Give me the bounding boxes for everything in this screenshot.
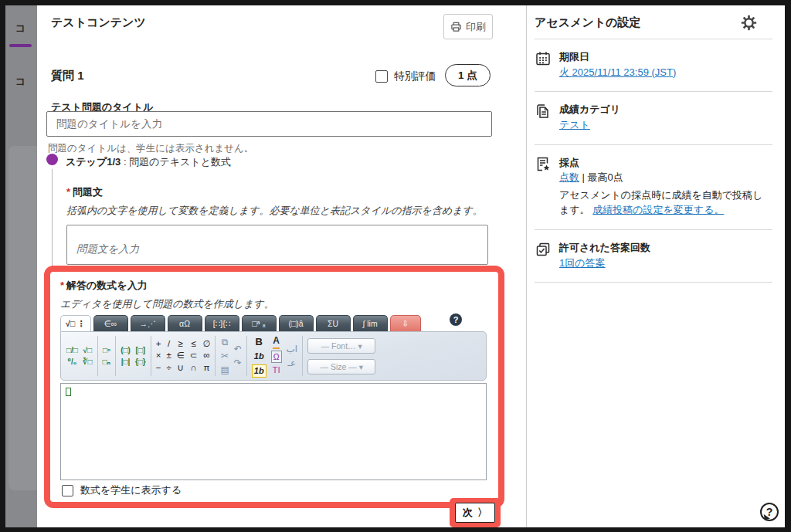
step-number: ステップ1/3 xyxy=(66,156,121,168)
prompt-text-input[interactable] xyxy=(66,225,488,265)
print-button[interactable]: 印刷 xyxy=(443,14,493,39)
page-title: テストコンテンツ xyxy=(51,15,146,30)
chevron-right-icon: 〉 xyxy=(477,506,487,520)
printer-icon xyxy=(450,21,462,32)
editor-tab[interactable]: →⋰ xyxy=(131,315,165,331)
symbol-button[interactable]: ≥ xyxy=(178,338,183,351)
editor-tab[interactable]: ⇩ xyxy=(390,315,421,331)
grading-schema-link[interactable]: 点数 xyxy=(559,171,579,183)
toolbar-separator xyxy=(115,336,116,376)
script-button[interactable]: □ₙ xyxy=(103,357,111,368)
points-badge[interactable]: 1 点 xyxy=(445,64,491,86)
rtl-button[interactable]: اب xyxy=(287,343,298,355)
clipboard-button[interactable]: ✂ xyxy=(221,350,229,362)
format-button[interactable]: TI xyxy=(273,364,280,377)
sidebar-title: アセスメントの設定 xyxy=(535,15,640,30)
format-button[interactable]: Ω xyxy=(271,351,282,363)
symbol-button[interactable]: π xyxy=(203,362,209,374)
formula-field-description: エディタを使用して問題の数式を作成します。 xyxy=(60,297,274,311)
editor-tab[interactable]: αΩ xyxy=(168,315,202,331)
format-button[interactable]: A xyxy=(273,334,280,348)
script-button[interactable]: □ⁿ xyxy=(103,345,110,356)
question-title-input[interactable] xyxy=(46,111,492,137)
attempts-icon xyxy=(535,241,552,258)
symbol-button[interactable]: ≤ xyxy=(191,338,195,351)
attempts-label: 許可された答案回数 xyxy=(559,240,650,256)
toolbar-separator xyxy=(97,336,98,376)
format-buttons: BA1bΩ1bTI xyxy=(252,334,282,377)
symbol-button[interactable]: / xyxy=(168,338,170,351)
prompt-field-description: 括弧内の文字を使用して変数を定義します。必要な単位と表記スタイルの指示を含めます… xyxy=(66,204,483,218)
next-button[interactable]: 次 〉 xyxy=(455,503,495,523)
fraction-root-button[interactable]: □/□ xyxy=(66,345,78,356)
fraction-root-button[interactable]: √□ xyxy=(83,345,92,356)
bracket-button[interactable]: |□| xyxy=(121,357,131,368)
symbol-button[interactable]: ∩ xyxy=(190,362,196,374)
next-label: 次 xyxy=(463,506,473,520)
grading-label: 採点 xyxy=(559,155,772,171)
question-title: 質問 1 xyxy=(51,69,84,83)
bracket-button[interactable]: (□) xyxy=(121,345,131,356)
clipboard-button[interactable]: ⧉ xyxy=(222,336,229,348)
editor-tab[interactable]: [∷]{∷ xyxy=(205,315,239,331)
question-title-help-text: 問題のタイトルは、学生には表示されません。 xyxy=(48,142,253,155)
editor-tab[interactable]: □ᵃ ₈ xyxy=(242,315,277,331)
bracket-button[interactable]: [□] xyxy=(135,345,145,356)
symbol-button[interactable]: − xyxy=(156,362,161,374)
font-dropdown[interactable]: — Font… ▾ xyxy=(307,338,375,354)
toolbar-separator xyxy=(246,336,247,376)
symbol-button[interactable]: × xyxy=(156,350,161,362)
change-post-settings-link[interactable]: 成績投稿の設定を変更する。 xyxy=(592,204,724,215)
toolbar-separator xyxy=(215,336,216,376)
symbol-button[interactable]: ± xyxy=(166,350,171,362)
symbol-button[interactable]: ⊂ xyxy=(190,350,198,362)
grade-category-link[interactable]: テスト xyxy=(559,119,590,130)
editor-tab[interactable]: √□ ⋮ xyxy=(60,315,91,331)
red-annotation-box: *解答の数式を入力 エディタを使用して問題の数式を作成します。 √□ ⋮∈∞→⋰… xyxy=(44,266,504,508)
bracket-button[interactable]: {□} xyxy=(135,357,146,368)
max-points-text: | 最高0点 xyxy=(579,171,623,183)
grade-category-icon xyxy=(535,103,552,120)
clipboard-button[interactable]: ▤ xyxy=(220,364,229,376)
editor-tab[interactable]: ∫ lim xyxy=(353,315,388,331)
editor-tab[interactable]: (□)â xyxy=(279,315,314,331)
attempts-link[interactable]: 1回の答案 xyxy=(559,257,606,269)
math-formula-editor: √□ ⋮∈∞→⋰αΩ[∷]{∷□ᵃ ₈(□)âΣU∫ lim⇩ ? □/□√□⁰… xyxy=(60,314,487,480)
editor-help-icon[interactable]: ? xyxy=(450,313,462,326)
symbol-button[interactable]: ∪ xyxy=(178,362,184,374)
undo-redo-button[interactable]: ↷ xyxy=(234,357,242,369)
formula-field-label: *解答の数式を入力 xyxy=(60,279,148,293)
format-button[interactable]: B xyxy=(256,335,263,349)
step-indicator-dot xyxy=(46,154,58,165)
grade-category-section: 成績カテゴリ テスト xyxy=(535,92,772,144)
attempts-section: 許可された答案回数 1回の答案 xyxy=(535,230,772,283)
script-buttons: □ⁿ□ₙ xyxy=(103,345,111,368)
editor-tab[interactable]: ΣU xyxy=(316,315,351,331)
symbol-button[interactable]: ∞ xyxy=(203,350,209,362)
symbol-button[interactable]: ÷ xyxy=(166,362,171,374)
step-description: : 問題のテキストと数式 xyxy=(121,156,231,168)
format-button[interactable]: 1b xyxy=(252,364,266,378)
symbol-button[interactable]: + xyxy=(156,338,161,351)
symbol-button[interactable]: ∈ xyxy=(177,350,185,362)
formula-placeholder-box xyxy=(66,388,71,396)
gear-icon[interactable] xyxy=(741,15,757,31)
red-annotation-next-outline: 次 〉 xyxy=(450,498,501,527)
editor-tab[interactable]: ∈∞ xyxy=(93,315,128,331)
prompt-field-label: *問題文 xyxy=(66,185,103,199)
extra-credit-checkbox[interactable] xyxy=(375,70,388,83)
format-button[interactable]: 1b xyxy=(254,351,264,362)
symbol-button[interactable]: ∅ xyxy=(202,338,210,351)
undo-redo-button[interactable]: ↶ xyxy=(234,343,242,355)
grading-section: 採点 点数 | 最高0点 アセスメントの採点時に成績を自動で投稿します。 成績投… xyxy=(535,145,772,231)
rtl-button[interactable]: عـ xyxy=(288,357,297,369)
fraction-root-button[interactable]: ∛□ xyxy=(83,357,93,368)
show-formula-checkbox[interactable] xyxy=(62,485,73,496)
clipboard-buttons: ⧉✂▤ xyxy=(220,336,229,377)
fraction-root-button[interactable]: ⁰/₀ xyxy=(68,357,77,368)
size-dropdown[interactable]: — Size — ▾ xyxy=(307,359,375,374)
formula-input-area[interactable] xyxy=(60,383,487,480)
due-date-link[interactable]: 火 2025/11/11 23:59 (JST) xyxy=(559,66,676,78)
help-icon[interactable]: ? xyxy=(760,503,779,521)
extra-credit-label: 特別評価 xyxy=(394,69,436,83)
